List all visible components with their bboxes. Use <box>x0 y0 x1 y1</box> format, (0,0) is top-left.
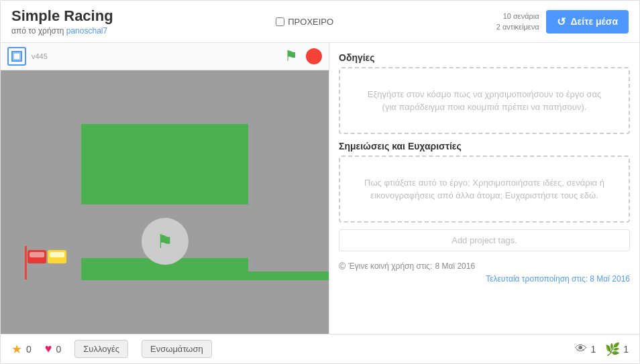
notes-placeholder: Πως φτιάξατε αυτό το έργο; Χρησιμοποιήσα… <box>347 176 622 202</box>
right-panel: Οδηγίες Εξηγήστε στον κόσμο πως να χρησι… <box>329 43 639 334</box>
author-link[interactable]: panoschal7 <box>66 26 107 36</box>
stop-button[interactable] <box>306 48 322 64</box>
content-area: v445 ⚑ <box>1 43 639 334</box>
heart-count: 0 <box>56 344 61 355</box>
star-icon: ★ <box>11 342 22 357</box>
header-right: 10 σενάρια 2 αντικείμενα ↺ Δείτε μέσα <box>496 10 629 34</box>
stats-box: 10 σενάρια 2 αντικείμενα <box>496 11 539 33</box>
version-label: v445 <box>32 52 48 60</box>
heart-item[interactable]: ♥ 0 <box>45 342 61 356</box>
draft-checkbox-label[interactable]: ΠΡΟΧΕΙΡΟ <box>276 17 333 27</box>
stage-controls: ⚑ <box>282 47 322 66</box>
game-canvas: ⚑ <box>1 70 329 334</box>
road-right <box>248 124 329 271</box>
views-item: 👁 1 <box>575 342 596 356</box>
refresh-icon: ↺ <box>557 15 566 28</box>
modified-date-value: 8 Μαϊ 2016 <box>590 274 630 284</box>
road-bottom <box>1 280 329 334</box>
remixes-item: 🌿 1 <box>605 342 629 357</box>
objects-stat: 2 αντικείμενα <box>496 21 539 33</box>
footer: ★ 0 ♥ 0 Συλλογές Ενσωμάτωση 👁 1 🌿 1 <box>1 334 639 363</box>
center-flag-icon: ⚑ <box>156 231 173 253</box>
eye-icon: 👁 <box>575 342 587 356</box>
remixes-count: 1 <box>623 344 629 355</box>
scenarios-stat: 10 σενάρια <box>496 11 539 22</box>
project-title: Simple Racing <box>11 7 113 25</box>
car-yellow <box>48 250 66 263</box>
project-author-line: από το χρήστη panoschal7 <box>11 26 113 36</box>
tags-placeholder: Add project tags. <box>451 235 517 245</box>
draft-label: ΠΡΟΧΕΙΡΟ <box>288 17 333 27</box>
svg-rect-1 <box>13 53 20 60</box>
draft-checkbox[interactable] <box>276 17 284 26</box>
copy-icon: © <box>339 261 345 271</box>
star-count: 0 <box>26 344 32 355</box>
inner-island-top <box>81 124 248 204</box>
shared-date-value: 8 Μαϊ 2016 <box>435 261 475 271</box>
tree-icon: 🌿 <box>605 342 620 357</box>
tags-input[interactable]: Add project tags. <box>339 229 630 251</box>
heart-icon: ♥ <box>45 342 52 356</box>
star-item[interactable]: ★ 0 <box>11 342 32 357</box>
views-count: 1 <box>590 344 596 355</box>
footer-left: ★ 0 ♥ 0 Συλλογές Ενσωμάτωση <box>11 340 212 358</box>
header-left: Simple Racing από το χρήστη panoschal7 <box>11 7 113 36</box>
collections-label: Συλλογές <box>83 344 119 354</box>
last-modified: Τελευταία τροποποίηση στις: 8 Μαϊ 2016 <box>339 274 630 284</box>
embed-button[interactable]: Ενσωμάτωση <box>142 340 212 358</box>
collections-button[interactable]: Συλλογές <box>74 340 128 358</box>
shared-prefix: Έγινε κοινή χρήση στις: <box>348 261 432 271</box>
select-icon <box>11 51 22 62</box>
see-inside-label: Δείτε μέσα <box>571 16 618 27</box>
instructions-placeholder: Εξηγήστε στον κόσμο πως να χρησιμοποιήσο… <box>368 88 601 114</box>
project-stage: v445 ⚑ <box>1 43 329 334</box>
instructions-section: Οδηγίες Εξηγήστε στον κόσμο πως να χρησι… <box>339 52 630 134</box>
header: Simple Racing από το χρήστη panoschal7 Π… <box>1 1 639 43</box>
shared-date: © Έγινε κοινή χρήση στις: 8 Μαϊ 2016 <box>339 261 630 271</box>
instructions-textarea[interactable]: Εξηγήστε στον κόσμο πως να χρησιμοποιήσο… <box>339 67 630 134</box>
header-center: ΠΡΟΧΕΙΡΟ <box>276 17 333 27</box>
select-mode-button[interactable] <box>7 47 26 66</box>
instructions-title: Οδηγίες <box>339 52 630 63</box>
notes-title: Σημειώσεις και Ευχαριστίες <box>339 141 630 151</box>
see-inside-button[interactable]: ↺ Δείτε μέσα <box>546 10 629 34</box>
notes-section: Σημειώσεις και Ευχαριστίες Πως φτιάξατε … <box>339 141 630 223</box>
modified-prefix: Τελευταία τροποποίηση στις: <box>486 274 588 284</box>
road-top <box>81 70 329 124</box>
footer-right: 👁 1 🌿 1 <box>575 342 629 357</box>
center-flag-circle: ⚑ <box>142 218 189 265</box>
car-red <box>28 250 46 263</box>
embed-label: Ενσωμάτωση <box>150 344 203 354</box>
green-flag-button[interactable]: ⚑ <box>282 47 301 66</box>
road-left <box>1 70 81 280</box>
start-line <box>25 246 27 280</box>
main-container: Simple Racing από το χρήστη panoschal7 Π… <box>0 0 640 364</box>
stage-toolbar: v445 ⚑ <box>1 43 329 70</box>
notes-textarea[interactable]: Πως φτιάξατε αυτό το έργο; Χρησιμοποιήσα… <box>339 156 630 223</box>
subtitle-prefix: από το χρήστη <box>11 26 64 36</box>
